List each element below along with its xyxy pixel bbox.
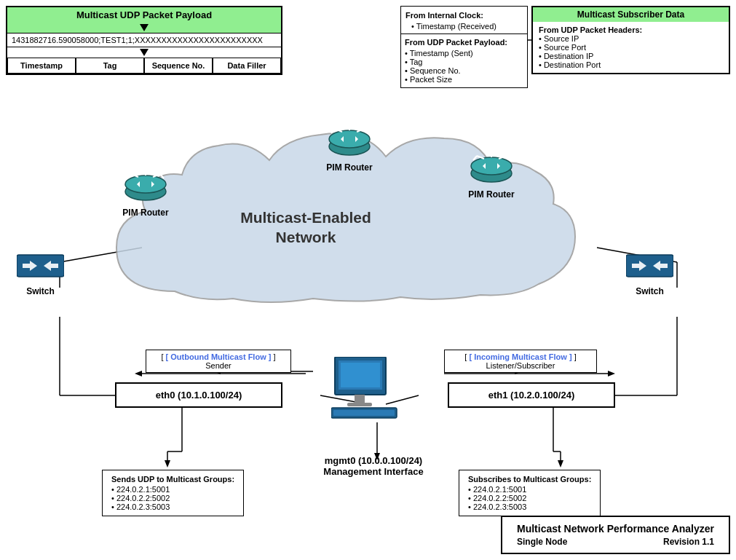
udp-item-1: Tag <box>410 58 423 66</box>
payload-fields: Timestamp Tag Sequence No. Data Filler <box>7 58 281 74</box>
payload-data: 1431882716.590058000;TEST1;1;XXXXXXXXXXX… <box>7 33 281 47</box>
svg-line-47 <box>364 129 368 133</box>
svg-rect-75 <box>333 410 395 416</box>
svg-marker-77 <box>135 371 142 376</box>
subscribes-title: Subscribes to Multicast Groups: <box>468 475 591 484</box>
svg-marker-50 <box>347 126 352 130</box>
internal-clock-box: From Internal Clock: • Timestamp (Receiv… <box>400 6 528 36</box>
svg-marker-60 <box>488 153 494 157</box>
sends-udp-box: Sends UDP to Multicast Groups: • 224.0.2… <box>102 470 244 516</box>
eth0-box: eth0 (10.1.0.100/24) <box>115 382 282 408</box>
svg-line-37 <box>160 174 164 178</box>
router-left-label: PIM Router <box>113 208 178 218</box>
subtitle: Single Node <box>517 537 567 547</box>
router-right-label: PIM Router <box>459 189 524 200</box>
title-box: Multicast Network Performance Analyzer S… <box>501 516 730 554</box>
sub-group-1: 224.0.2.2:5002 <box>473 494 526 502</box>
subscriber-data-content: From UDP Packet Headers: • Source IP • S… <box>533 22 729 73</box>
router-top: PIM Router <box>317 126 382 173</box>
revision: Revision 1.1 <box>663 537 714 547</box>
outbound-flow-label: [ [ Outbound Multicast Flow ] ] Sender <box>146 350 291 373</box>
eth1-label: eth1 (10.2.0.100/24) <box>488 390 575 401</box>
switch-left: Switch <box>13 248 68 296</box>
switch-right-icon <box>626 248 673 284</box>
svg-marker-79 <box>608 371 615 376</box>
udp-payload-title: Multicast UDP Packet Payload <box>7 7 281 23</box>
outbound-flow-sub: Sender <box>205 361 231 370</box>
router-top-label: PIM Router <box>317 162 382 173</box>
svg-line-45 <box>331 129 335 133</box>
udp-item-0: Timestamp (Sent) <box>410 49 473 58</box>
from-udp-payload-box: From UDP Packet Payload: • Timestamp (Se… <box>400 33 528 88</box>
incoming-flow-label: [ [ Incoming Multicast Flow ] ] Listener… <box>444 350 597 373</box>
svg-rect-73 <box>347 403 372 406</box>
udp-item-3: Packet Size <box>410 75 452 84</box>
header-item-0: Source IP <box>544 34 579 43</box>
field-filler: Data Filler <box>213 58 281 74</box>
router-right-icon <box>470 153 513 186</box>
router-left-icon <box>124 171 167 204</box>
svg-marker-40 <box>143 171 149 175</box>
main-title: Multicast Network Performance Analyzer <box>517 523 714 535</box>
eth1-box: eth1 (10.2.0.100/24) <box>448 382 615 408</box>
svg-rect-72 <box>355 395 365 403</box>
svg-point-54 <box>471 157 512 175</box>
switch-left-icon <box>17 248 64 284</box>
subscribes-box: Subscribes to Multicast Groups: • 224.0.… <box>459 470 601 516</box>
outbound-flow-text: [ Outbound Multicast Flow ] <box>166 352 272 361</box>
subscriber-data-box: Multicast Subscriber Data From UDP Packe… <box>531 6 730 74</box>
router-right: PIM Router <box>459 153 524 200</box>
subscriber-data-title: Multicast Subscriber Data <box>533 7 729 22</box>
cloud-label-line2: Network <box>276 229 336 245</box>
switch-right: Switch <box>622 248 677 296</box>
internal-clock-item-0: Timestamp (Received) <box>416 22 496 31</box>
internal-clock-title: From Internal Clock: <box>405 11 523 20</box>
field-timestamp: Timestamp <box>7 58 76 74</box>
switch-left-label: Switch <box>13 286 68 296</box>
header-item-2: Destination IP <box>544 52 593 60</box>
cloud-label: Multicast-Enabled Network <box>240 208 371 248</box>
field-tag: Tag <box>76 58 144 74</box>
sends-group-1: 224.0.2.2:5002 <box>116 494 170 502</box>
mgmt-box: mgmt0 (10.0.0.100/24) Management Interfa… <box>297 455 450 477</box>
router-left: PIM Router <box>113 171 178 218</box>
network-area: Multicast-Enabled Network PIM Router <box>0 113 736 360</box>
mgmt-label: mgmt0 (10.0.0.100/24) <box>297 455 450 466</box>
incoming-flow-text: [ Incoming Multicast Flow ] <box>469 352 571 361</box>
svg-rect-71 <box>341 363 380 387</box>
field-sequence: Sequence No. <box>144 58 213 74</box>
udp-item-2: Sequence No. <box>410 66 461 75</box>
switch-right-label: Switch <box>622 286 677 296</box>
from-udp-title: From UDP Packet Payload: <box>405 38 523 47</box>
sub-group-2: 224.0.2.3:5003 <box>473 502 526 511</box>
computer-icon <box>331 357 404 421</box>
incoming-flow-sub: Listener/Subscriber <box>486 361 555 370</box>
sends-udp-title: Sends UDP to Multicast Groups: <box>111 475 234 484</box>
router-top-icon <box>328 126 371 159</box>
computer-svg <box>331 357 404 419</box>
svg-point-34 <box>125 176 166 193</box>
mgmt-sub: Management Interface <box>297 466 450 477</box>
svg-point-44 <box>329 130 370 148</box>
sends-group-0: 224.0.2.1:5001 <box>116 485 170 494</box>
svg-line-57 <box>506 156 510 160</box>
sends-group-2: 224.0.2.3:5003 <box>116 502 170 511</box>
svg-line-35 <box>127 174 131 178</box>
header-item-1: Source Port <box>544 43 586 52</box>
udp-payload-box: Multicast UDP Packet Payload 1431882716.… <box>6 6 282 75</box>
svg-marker-18 <box>165 460 170 468</box>
cloud-label-line1: Multicast-Enabled <box>240 209 371 226</box>
eth0-label: eth0 (10.1.0.100/24) <box>156 390 242 401</box>
svg-line-55 <box>473 156 477 160</box>
header-item-3: Destination Port <box>544 60 601 69</box>
udp-headers-title: From UDP Packet Headers: <box>539 25 723 34</box>
svg-marker-22 <box>558 460 563 468</box>
sub-group-0: 224.0.2.1:5001 <box>473 485 526 494</box>
